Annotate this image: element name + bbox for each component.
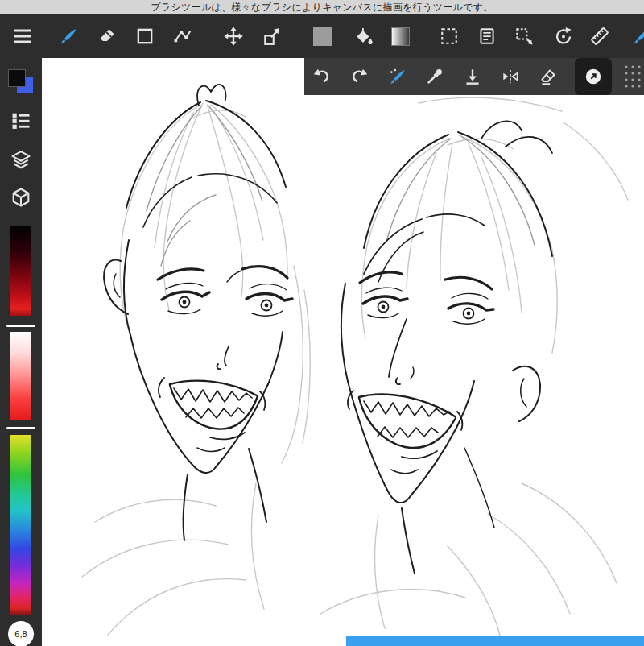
- brush-tool-button[interactable]: [53, 21, 84, 52]
- ruler-icon: [588, 25, 611, 48]
- bottom-blue-bar[interactable]: [346, 636, 644, 646]
- clear-layer-button[interactable]: [532, 60, 564, 93]
- pages-icon: [476, 25, 498, 48]
- redo-button[interactable]: [343, 60, 375, 93]
- value-slider-handle[interactable]: [6, 325, 35, 327]
- brush-edit-button[interactable]: [626, 21, 644, 52]
- rotate-canvas-icon: [552, 25, 575, 48]
- marquee-icon: [438, 25, 460, 48]
- select-move-button[interactable]: [509, 21, 539, 52]
- bucket-fill-icon: [353, 25, 375, 48]
- rotate-canvas-button[interactable]: [548, 21, 579, 52]
- eyedropper-icon: [424, 66, 445, 87]
- flip-horizontal-icon: [500, 66, 521, 87]
- eraser-tool-button[interactable]: [92, 21, 122, 52]
- select-rect-icon: [134, 25, 156, 48]
- clear-layer-icon: [538, 66, 559, 87]
- ruler-button[interactable]: [584, 21, 615, 52]
- transform-tool-button[interactable]: [257, 21, 287, 52]
- value-slider[interactable]: [10, 226, 31, 316]
- polyline-tool-button[interactable]: [167, 21, 198, 52]
- brush-size-value: 6,8: [14, 629, 27, 639]
- materials-button[interactable]: [0, 184, 42, 210]
- layers-icon: [10, 148, 32, 171]
- eraser-icon: [96, 25, 118, 48]
- gradient-chip: [391, 27, 410, 46]
- color-chip-button[interactable]: [307, 21, 337, 52]
- save-merge-icon: [462, 66, 483, 87]
- brush-icon: [57, 25, 80, 48]
- notification-bar: ブラシツールは、様々なブラシによりキャンバスに描画を行うツールです。: [0, 0, 644, 14]
- move-icon: [222, 25, 245, 48]
- saturation-slider[interactable]: [10, 332, 31, 420]
- transform-icon: [261, 25, 283, 48]
- menu-icon: [11, 25, 34, 48]
- select-rect-tool-button[interactable]: [130, 21, 160, 52]
- left-sidebar: 6,8: [0, 58, 42, 646]
- quick-action-icon: [583, 66, 604, 87]
- notification-text: ブラシツールは、様々なブラシによりキャンバスに描画を行うツールです。: [151, 1, 493, 14]
- brush-edit-icon: [630, 25, 644, 48]
- select-move-icon: [513, 25, 535, 48]
- gradient-tool-button[interactable]: [385, 21, 415, 52]
- toolbar-drag-handle[interactable]: [623, 64, 644, 89]
- menu-button[interactable]: [7, 21, 38, 52]
- color-chip-gray: [313, 27, 332, 46]
- sketch-drawing: [42, 58, 644, 646]
- hue-slider[interactable]: [10, 435, 31, 615]
- color-swatch-button[interactable]: [7, 69, 35, 97]
- bucket-tool-button[interactable]: [349, 21, 379, 52]
- canvas[interactable]: [42, 58, 644, 646]
- floating-toolbar: [304, 58, 644, 95]
- brush-list-button[interactable]: [0, 108, 42, 134]
- polyline-icon: [171, 25, 194, 48]
- marquee-tool-button[interactable]: [434, 21, 464, 52]
- pages-button[interactable]: [472, 21, 502, 52]
- app-window: ブラシツールは、様々なブラシによりキャンバスに描画を行うツールです。: [0, 0, 644, 646]
- redo-icon: [349, 66, 369, 87]
- pen-toggle-button[interactable]: [382, 60, 414, 93]
- primary-color-swatch: [8, 69, 26, 87]
- move-tool-button[interactable]: [218, 21, 249, 52]
- drag-handle-icon: [623, 64, 642, 89]
- materials-icon: [10, 186, 32, 209]
- saturation-slider-handle[interactable]: [6, 427, 35, 429]
- save-merge-button[interactable]: [456, 60, 489, 93]
- main-toolbar: [0, 14, 644, 58]
- brush-size-indicator[interactable]: 6,8: [8, 621, 34, 646]
- undo-icon: [312, 66, 332, 87]
- pen-toggle-icon: [387, 66, 408, 87]
- undo-button[interactable]: [306, 60, 338, 93]
- layers-button[interactable]: [0, 147, 42, 172]
- brush-list-icon: [10, 110, 32, 132]
- flip-horizontal-button[interactable]: [494, 60, 526, 93]
- quick-action-button[interactable]: [575, 58, 612, 95]
- eyedropper-button[interactable]: [419, 60, 451, 93]
